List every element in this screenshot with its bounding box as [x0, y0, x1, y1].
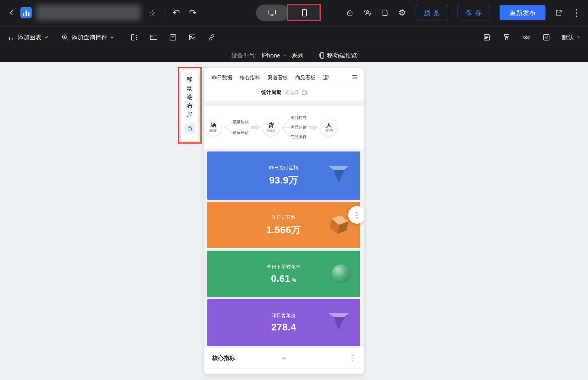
add-query-control-button[interactable]: 添加查询控件	[61, 33, 114, 41]
document-plus-icon	[381, 9, 389, 16]
divider: |	[310, 52, 312, 59]
share-button[interactable]	[555, 9, 562, 16]
back-button[interactable]	[7, 8, 16, 18]
cube-3d-icon	[328, 213, 350, 237]
kpi-card-suffix: %	[292, 277, 297, 283]
phone-tab[interactable]: 核心指标	[240, 74, 260, 81]
app-logo-icon	[20, 7, 32, 18]
add-chart-button[interactable]: 添加图表	[7, 33, 48, 41]
period-label: 统计周期	[261, 89, 282, 96]
flow-diagram[interactable]: 场(渠道)流量构成价值评估货(商品)类目构成商品评估商品排行人(客户)	[204, 106, 364, 149]
outline-button[interactable]	[483, 33, 491, 42]
save-button[interactable]: 保存	[458, 5, 490, 20]
tab-container-button[interactable]	[149, 33, 158, 42]
mobile-layout-panel: 移动端布局	[181, 70, 198, 141]
hide-elements-button[interactable]	[522, 33, 531, 42]
device-model-label: 设备型号:	[231, 52, 257, 59]
chevron-down-icon	[110, 36, 114, 39]
tab-menu-button[interactable]	[352, 75, 358, 80]
flow-node: 货(商品)	[263, 119, 279, 136]
preview-button[interactable]: 预览	[416, 5, 448, 20]
kpi-card[interactable]: 昨日客单价278.4	[207, 299, 360, 346]
mobile-mode-button[interactable]	[288, 5, 321, 21]
flow-node-sublabel: (商品)	[267, 128, 275, 133]
flow-arrow-icon	[309, 123, 318, 131]
add-button[interactable]: +	[282, 354, 286, 362]
annotation-dot	[282, 76, 283, 77]
card-more-button[interactable]: ⋮	[348, 206, 364, 224]
phone-preview: 昨日数据核心指标渠道看板商品看板运营看板 统计周期 请选择 场(渠道)流量构成价…	[204, 68, 364, 374]
section-more-button[interactable]: ⋮	[348, 354, 356, 362]
kpi-card[interactable]: 昨日访客数1.566万⋮	[207, 202, 360, 248]
flow-node-label: 人	[326, 122, 332, 128]
device-select[interactable]: iPhone	[262, 52, 286, 59]
flow-arrow-icon	[251, 123, 261, 131]
favorite-star-icon[interactable]: ☆	[149, 8, 156, 18]
phone-top-section: 昨日数据核心指标渠道看板商品看板运营看板 统计周期 请选择	[204, 68, 364, 101]
redo-button[interactable]: ↷	[189, 8, 197, 17]
flow-branch-label: 类目构成	[291, 113, 306, 123]
image-widget-button[interactable]	[188, 33, 196, 42]
chevron-left-icon	[9, 10, 15, 16]
kpi-card-title: 昨日客单价	[272, 312, 296, 319]
republish-button[interactable]: 重新发布	[500, 5, 545, 20]
flow-node-sublabel: (客户)	[325, 128, 333, 133]
mobile-layout-title-char: 动	[187, 84, 193, 93]
hamburger-icon	[352, 75, 358, 79]
format-brush-button[interactable]	[502, 33, 511, 42]
period-filter[interactable]: 统计周期 请选择	[204, 84, 364, 101]
document-title-blurred[interactable]	[36, 5, 141, 21]
format-brush-icon	[503, 34, 510, 41]
kpi-card[interactable]: 昨日下单转化率0.61%	[207, 251, 360, 297]
batch-select-button[interactable]	[542, 33, 551, 42]
phone-footer-section: 核心指标 + ⋮	[204, 348, 364, 373]
device-mode-toggle	[256, 5, 321, 21]
mobile-layout-title-char: 端	[187, 93, 193, 101]
undo-button[interactable]: ↶	[172, 8, 180, 17]
kpi-card-title: 昨日支付金额	[269, 165, 298, 171]
annotation-box-mobile-panel: 移动端布局	[178, 67, 202, 144]
kpi-card-value: 1.566万	[266, 223, 301, 236]
lock-button[interactable]	[346, 9, 354, 16]
settings-gear-icon[interactable]: ⚙	[398, 8, 406, 17]
text-widget-button[interactable]	[169, 33, 177, 42]
image-icon	[189, 34, 196, 41]
section-gap	[204, 149, 364, 151]
flow-node-sublabel: (渠道)	[209, 128, 217, 133]
component-layout-button[interactable]	[130, 33, 139, 42]
theme-select[interactable]: 默认	[562, 33, 581, 41]
phone-cards: 昨日支付金额93.9万昨日访客数1.566万⋮昨日下单转化率0.61%昨日客单价…	[204, 151, 364, 346]
section-gap	[204, 101, 364, 106]
flow-branch-label: 价值评估	[233, 127, 249, 138]
document-lines-icon	[483, 34, 490, 41]
grid-layout-icon	[131, 34, 138, 41]
flow-node: 人(客户)	[321, 119, 337, 136]
kpi-card-value: 93.9万	[269, 174, 298, 187]
share-icon	[555, 9, 562, 16]
phone-tab[interactable]: 运营看板	[323, 74, 329, 81]
collaboration-button[interactable]	[363, 9, 372, 17]
phone-tab[interactable]: 昨日数据	[212, 74, 232, 81]
search-plus-icon	[61, 34, 69, 41]
phone-tab[interactable]: 渠道看板	[267, 74, 288, 81]
phone-preview-icon	[319, 52, 325, 59]
mobile-layout-title-char: 移	[187, 75, 193, 84]
mobile-preview-button[interactable]: 移动端预览	[319, 52, 357, 59]
bar-chart-icon	[7, 34, 15, 41]
more-menu-button[interactable]: ⋮	[572, 8, 581, 17]
layout-lock-button[interactable]	[184, 123, 195, 134]
phone-tab[interactable]: 商品看板	[295, 74, 316, 81]
flow-branches: 流量构成价值评估	[224, 117, 249, 138]
kpi-card[interactable]: 昨日支付金额93.9万	[207, 151, 360, 200]
top-header: ☆ ↶ ↷	[0, 0, 588, 25]
flow-branch-label: 流量构成	[233, 117, 249, 127]
lock-icon	[187, 125, 193, 131]
link-widget-button[interactable]	[207, 33, 216, 42]
mobile-layout-title-char: 局	[187, 110, 193, 119]
new-document-button[interactable]	[381, 9, 389, 16]
text-icon	[169, 34, 177, 41]
desktop-mode-button[interactable]	[256, 5, 288, 21]
flow-branches: 类目构成商品评估商品排行	[282, 113, 306, 142]
mobile-layout-title-char: 布	[187, 101, 193, 110]
phone-tab-list: 昨日数据核心指标渠道看板商品看板运营看板	[212, 74, 329, 81]
